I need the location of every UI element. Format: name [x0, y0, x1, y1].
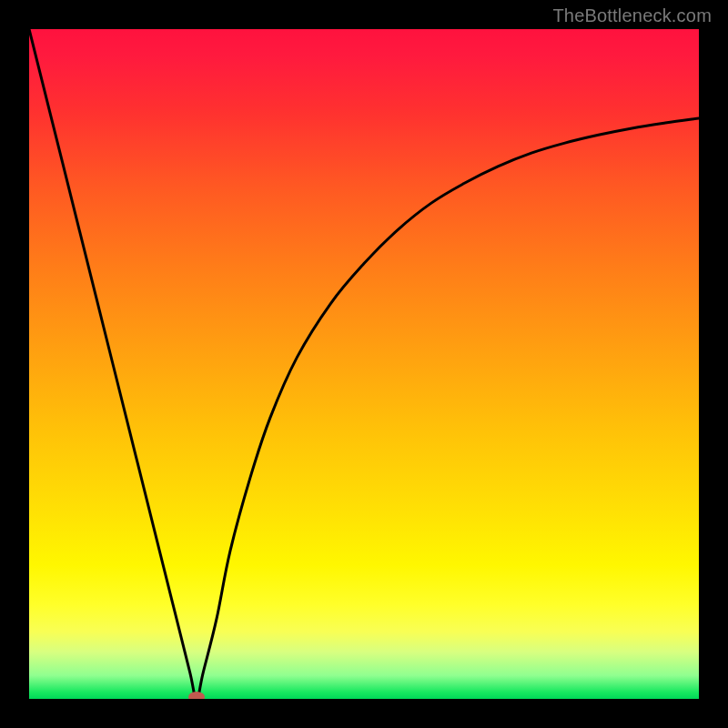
plot-area — [29, 29, 699, 699]
watermark-text: TheBottleneck.com — [552, 5, 712, 26]
minimum-marker — [188, 692, 205, 699]
chart-frame: TheBottleneck.com — [0, 0, 728, 728]
curve-layer — [29, 29, 699, 699]
bottleneck-curve — [29, 29, 699, 699]
